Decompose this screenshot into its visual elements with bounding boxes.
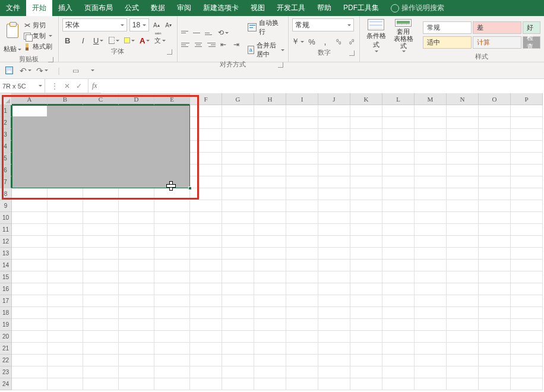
row-header-22[interactable]: 22	[0, 355, 12, 366]
increase-decimal-button[interactable]: ⁰₀	[334, 36, 343, 47]
style-check[interactable]: 检查	[523, 36, 540, 49]
formula-input[interactable]	[101, 79, 544, 93]
align-center-button[interactable]	[193, 39, 204, 50]
enter-button[interactable]: ✓	[76, 82, 82, 90]
tab-pdf[interactable]: PDF工具集	[337, 0, 385, 16]
style-bad[interactable]: 差	[473, 21, 521, 34]
underline-button[interactable]: U	[93, 35, 104, 46]
tab-file[interactable]: 文件	[0, 0, 26, 16]
qat-customize-button[interactable]	[87, 65, 97, 76]
tab-dev[interactable]: 开发工具	[271, 0, 311, 16]
save-button[interactable]	[4, 65, 14, 76]
col-header-A[interactable]: A	[12, 93, 48, 105]
fill-handle[interactable]	[188, 186, 192, 190]
group-label-number[interactable]: 数字	[292, 47, 356, 58]
bold-button[interactable]: B	[62, 35, 73, 46]
wrap-text-button[interactable]: 自动换行	[248, 18, 284, 36]
tab-newtab[interactable]: 新建选项卡	[197, 0, 245, 16]
row-header-12[interactable]: 12	[0, 236, 12, 248]
font-color-button[interactable]: A	[140, 35, 150, 46]
col-header-F[interactable]: F	[190, 93, 222, 105]
group-label-font[interactable]: 字体	[62, 46, 173, 56]
tab-layout[interactable]: 页面布局	[78, 0, 119, 16]
col-header-M[interactable]: M	[415, 93, 447, 105]
row-header-18[interactable]: 18	[0, 307, 12, 319]
tell-me-search[interactable]: 操作说明搜索	[385, 0, 450, 16]
row-header-24[interactable]: 24	[0, 378, 12, 390]
increase-indent-button[interactable]: ⇥	[231, 39, 242, 50]
row-header-16[interactable]: 16	[0, 283, 12, 295]
tab-review[interactable]: 审阅	[171, 0, 197, 16]
tab-data[interactable]: 数据	[145, 0, 171, 16]
col-header-I[interactable]: I	[286, 93, 318, 105]
italic-button[interactable]: I	[78, 35, 88, 46]
col-header-B[interactable]: B	[48, 93, 83, 105]
conditional-format-button[interactable]: 条件格式	[363, 19, 388, 52]
phonetic-button[interactable]: 文	[155, 35, 166, 46]
style-calc[interactable]: 计算	[473, 36, 521, 49]
tab-home[interactable]: 开始	[26, 0, 52, 16]
tab-help[interactable]: 帮助	[311, 0, 337, 16]
font-size-combo[interactable]: 18	[129, 18, 149, 31]
col-header-L[interactable]: L	[382, 93, 415, 105]
col-header-O[interactable]: O	[479, 93, 511, 105]
decrease-indent-button[interactable]: ⇤	[218, 39, 229, 50]
fill-color-button[interactable]	[124, 35, 135, 46]
cut-button[interactable]: 剪切	[24, 21, 52, 30]
col-header-G[interactable]: G	[222, 93, 254, 105]
comma-style-button[interactable]: ,	[321, 36, 329, 47]
row-header-23[interactable]: 23	[0, 366, 12, 378]
redo-button[interactable]: ↷	[37, 65, 48, 76]
number-format-combo[interactable]: 常规	[292, 18, 354, 31]
row-header-6[interactable]: 6	[0, 165, 12, 176]
col-header-J[interactable]: J	[318, 93, 350, 105]
name-box[interactable]: 7R x 5C	[0, 79, 45, 93]
col-header-D[interactable]: D	[119, 93, 154, 105]
col-header-P[interactable]: P	[511, 93, 543, 105]
row-header-21[interactable]: 21	[0, 343, 12, 355]
font-name-combo[interactable]: 宋体	[62, 18, 127, 31]
format-as-table-button[interactable]: 套用 表格格式	[391, 19, 416, 52]
paste-button[interactable]: 粘贴	[4, 18, 21, 53]
group-label-alignment[interactable]: 对齐方式	[181, 59, 284, 69]
row-header-5[interactable]: 5	[0, 153, 12, 165]
row-header-8[interactable]: 8	[0, 188, 12, 200]
align-middle-button[interactable]	[193, 27, 204, 38]
col-header-C[interactable]: C	[83, 93, 119, 105]
format-painter-button[interactable]: 格式刷	[24, 42, 52, 52]
row-header-19[interactable]: 19	[0, 319, 12, 331]
copy-button[interactable]: 复制	[24, 31, 52, 41]
align-left-button[interactable]	[181, 39, 192, 50]
undo-button[interactable]: ↶	[20, 65, 31, 76]
touch-mode-button[interactable]: ▭	[70, 65, 81, 76]
row-header-3[interactable]: 3	[0, 129, 12, 141]
border-button[interactable]	[109, 35, 119, 46]
style-normal[interactable]: 常规	[423, 21, 472, 34]
row-header-14[interactable]: 14	[0, 260, 12, 271]
align-top-button[interactable]	[181, 27, 192, 38]
row-header-1[interactable]: 1	[0, 105, 12, 117]
col-header-N[interactable]: N	[447, 93, 479, 105]
row-header-9[interactable]: 9	[0, 200, 12, 212]
fx-label[interactable]: fx	[88, 81, 101, 90]
row-header-10[interactable]: 10	[0, 212, 12, 224]
grow-font-button[interactable]: A▴	[151, 20, 161, 30]
row-header-2[interactable]: 2	[0, 117, 12, 129]
row-header-20[interactable]: 20	[0, 331, 12, 343]
col-header-E[interactable]: E	[154, 93, 190, 105]
col-header-K[interactable]: K	[350, 93, 382, 105]
align-right-button[interactable]	[205, 39, 216, 50]
shrink-font-button[interactable]: A▾	[163, 20, 173, 30]
currency-button[interactable]: ￥	[292, 36, 303, 47]
row-header-4[interactable]: 4	[0, 141, 12, 153]
select-all-corner[interactable]	[0, 93, 12, 105]
tab-formula[interactable]: 公式	[119, 0, 145, 16]
orientation-button[interactable]: ⟲	[218, 27, 229, 38]
row-header-15[interactable]: 15	[0, 271, 12, 283]
row-header-13[interactable]: 13	[0, 248, 12, 260]
percent-button[interactable]: %	[308, 36, 316, 47]
decrease-decimal-button[interactable]: ₀⁰	[347, 36, 356, 47]
style-neutral[interactable]: 适中	[423, 36, 472, 49]
row-header-11[interactable]: 11	[0, 224, 12, 236]
row-header-17[interactable]: 17	[0, 295, 12, 307]
